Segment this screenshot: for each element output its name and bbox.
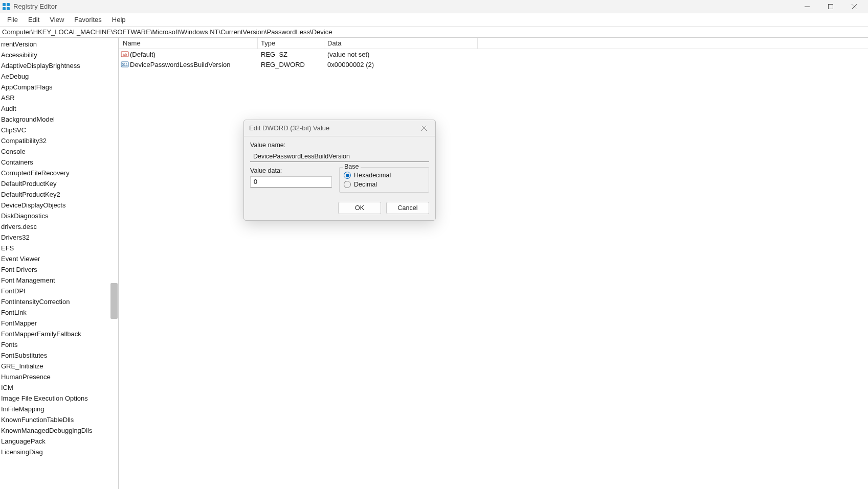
- table-row[interactable]: ab(Default)REG_SZ(value not set): [119, 49, 868, 59]
- value-name-input[interactable]: [250, 151, 429, 162]
- tree-item[interactable]: Event Viewer: [0, 253, 118, 264]
- tree-item[interactable]: ICM: [0, 382, 118, 393]
- titlebar: Registry Editor: [0, 0, 868, 13]
- tree-item[interactable]: Image File Execution Options: [0, 393, 118, 404]
- tree-item[interactable]: AeDebug: [0, 71, 118, 82]
- base-group: Base Hexadecimal Decimal: [339, 167, 429, 193]
- radio-hex-circle-icon: [344, 172, 351, 179]
- tree-item[interactable]: drivers.desc: [0, 221, 118, 232]
- tree-item[interactable]: HumanPresence: [0, 371, 118, 382]
- menu-edit[interactable]: Edit: [23, 14, 44, 25]
- tree-pane[interactable]: rrentVersionAccessibilityAdaptiveDisplay…: [0, 38, 119, 489]
- tree-item[interactable]: Font Management: [0, 275, 118, 286]
- close-button[interactable]: [842, 0, 866, 13]
- address-bar[interactable]: Computer\HKEY_LOCAL_MACHINE\SOFTWARE\Mic…: [0, 27, 868, 38]
- dialog-close-button[interactable]: [418, 122, 430, 134]
- column-name[interactable]: Name: [119, 38, 258, 49]
- dialog-titlebar[interactable]: Edit DWORD (32-bit) Value: [244, 120, 435, 136]
- minimize-button[interactable]: [795, 0, 819, 13]
- row-type: REG_DWORD: [258, 61, 324, 68]
- dialog-body: Value name: Value data: Base Hexadecimal…: [244, 136, 435, 220]
- tree-item[interactable]: LanguagePack: [0, 436, 118, 447]
- column-type[interactable]: Type: [258, 38, 324, 49]
- tree-item[interactable]: AppCompatFlags: [0, 82, 118, 92]
- tree-item[interactable]: GRE_Initialize: [0, 361, 118, 371]
- svg-text:011: 011: [122, 63, 128, 66]
- tree-item[interactable]: ASR: [0, 92, 118, 103]
- ok-button[interactable]: OK: [338, 202, 381, 214]
- tree-item[interactable]: FontSubstitutes: [0, 350, 118, 361]
- radio-hexadecimal[interactable]: Hexadecimal: [344, 172, 425, 179]
- svg-rect-0: [3, 3, 6, 6]
- row-data: (value not set): [324, 51, 478, 58]
- window-controls: [795, 0, 866, 13]
- tree-item[interactable]: Audit: [0, 103, 118, 114]
- string-value-icon: ab: [121, 50, 129, 58]
- list-header: Name Type Data: [119, 38, 868, 49]
- table-row[interactable]: 011DevicePasswordLessBuildVersionREG_DWO…: [119, 59, 868, 69]
- binary-value-icon: 011: [121, 60, 129, 68]
- tree-item[interactable]: FontMapperFamilyFallback: [0, 329, 118, 339]
- dialog-title-text: Edit DWORD (32-bit) Value: [249, 124, 329, 132]
- menu-file[interactable]: File: [2, 14, 23, 25]
- menubar: File Edit View Favorites Help: [0, 13, 868, 27]
- row-name: DevicePasswordLessBuildVersion: [130, 61, 231, 68]
- tree-item[interactable]: DefaultProductKey: [0, 178, 118, 189]
- tree-item[interactable]: DiskDiagnostics: [0, 211, 118, 221]
- regedit-icon: [2, 3, 10, 11]
- tree-item[interactable]: Fonts: [0, 339, 118, 350]
- tree-item[interactable]: Drivers32: [0, 232, 118, 243]
- edit-dword-dialog: Edit DWORD (32-bit) Value Value name: Va…: [243, 120, 436, 221]
- svg-rect-5: [829, 4, 833, 9]
- menu-help[interactable]: Help: [107, 14, 131, 25]
- tree-item[interactable]: FontDPI: [0, 286, 118, 296]
- tree-item[interactable]: Compatibility32: [0, 135, 118, 146]
- cancel-button[interactable]: Cancel: [386, 202, 429, 214]
- tree-item[interactable]: KnownManagedDebuggingDlls: [0, 425, 118, 436]
- tree-item[interactable]: Accessibility: [0, 50, 118, 60]
- radio-dec-label: Decimal: [354, 181, 377, 188]
- column-data[interactable]: Data: [324, 38, 478, 49]
- row-name: (Default): [130, 51, 155, 58]
- app-title: Registry Editor: [13, 3, 57, 10]
- svg-rect-1: [7, 3, 10, 6]
- dialog-footer: OK Cancel: [250, 202, 429, 214]
- maximize-button[interactable]: [819, 0, 842, 13]
- tree-item[interactable]: Console: [0, 146, 118, 157]
- tree-item[interactable]: ClipSVC: [0, 125, 118, 135]
- tree-item[interactable]: DefaultProductKey2: [0, 189, 118, 200]
- tree-item[interactable]: DeviceDisplayObjects: [0, 200, 118, 211]
- tree-item[interactable]: IniFileMapping: [0, 404, 118, 414]
- tree-item[interactable]: CorruptedFileRecovery: [0, 168, 118, 178]
- tree-item[interactable]: BackgroundModel: [0, 114, 118, 125]
- menu-favorites[interactable]: Favorites: [69, 14, 106, 25]
- menu-view[interactable]: View: [44, 14, 69, 25]
- tree-item[interactable]: FontLink: [0, 307, 118, 318]
- base-label: Base: [343, 163, 361, 170]
- address-text: Computer\HKEY_LOCAL_MACHINE\SOFTWARE\Mic…: [2, 28, 332, 36]
- main-split: rrentVersionAccessibilityAdaptiveDisplay…: [0, 38, 868, 489]
- svg-rect-2: [3, 7, 6, 10]
- tree-item[interactable]: LicensingDiag: [0, 447, 118, 457]
- list-rows: ab(Default)REG_SZ(value not set)011Devic…: [119, 49, 868, 69]
- tree-item[interactable]: Containers: [0, 157, 118, 168]
- value-data-label: Value data:: [250, 167, 332, 174]
- value-data-input[interactable]: [250, 176, 332, 188]
- radio-dec-circle-icon: [344, 181, 351, 188]
- tree-item[interactable]: FontIntensityCorrection: [0, 296, 118, 307]
- tree-item[interactable]: Font Drivers: [0, 264, 118, 275]
- row-data: 0x00000002 (2): [324, 61, 478, 68]
- list-pane[interactable]: Name Type Data ab(Default)REG_SZ(value n…: [119, 38, 868, 489]
- row-type: REG_SZ: [258, 51, 324, 58]
- scrollbar-thumb[interactable]: [110, 283, 118, 319]
- tree-item[interactable]: rrentVersion: [0, 39, 118, 50]
- tree-item[interactable]: EFS: [0, 243, 118, 253]
- radio-hex-label: Hexadecimal: [354, 172, 391, 179]
- value-name-label: Value name:: [250, 142, 429, 149]
- tree-item[interactable]: AdaptiveDisplayBrightness: [0, 60, 118, 71]
- tree-item[interactable]: FontMapper: [0, 318, 118, 329]
- svg-rect-3: [7, 7, 10, 10]
- tree-item[interactable]: KnownFunctionTableDlls: [0, 414, 118, 425]
- radio-decimal[interactable]: Decimal: [344, 181, 425, 188]
- svg-text:ab: ab: [123, 52, 127, 57]
